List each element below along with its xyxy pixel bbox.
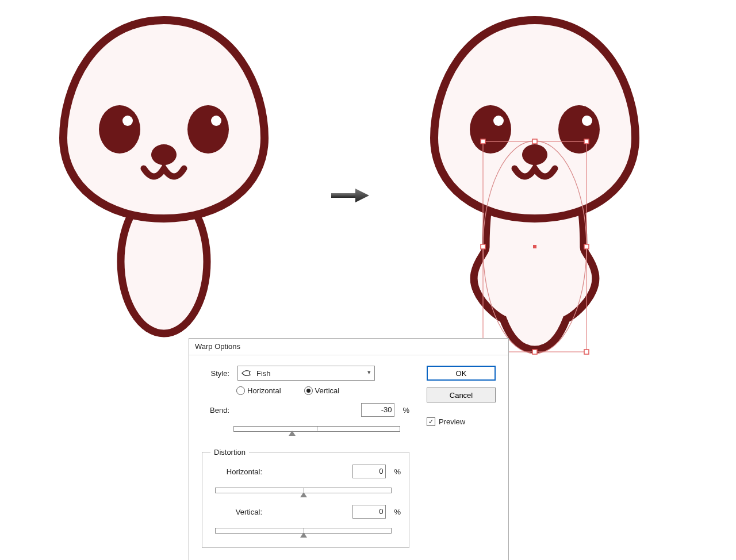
seal-after-with-selection: [391, 0, 690, 368]
orientation-horizontal-label: Horizontal: [247, 386, 281, 395]
svg-rect-12: [532, 139, 537, 144]
svg-rect-14: [481, 244, 485, 249]
svg-rect-17: [532, 350, 537, 354]
svg-rect-11: [481, 139, 485, 144]
dist-horizontal-slider[interactable]: [215, 484, 392, 497]
orientation-horizontal-radio[interactable]: Horizontal: [236, 386, 281, 395]
svg-point-4: [211, 116, 221, 126]
chevron-down-icon: ▾: [367, 369, 371, 376]
svg-point-2: [122, 116, 133, 126]
svg-rect-15: [584, 244, 589, 249]
svg-point-1: [99, 105, 140, 154]
bend-input[interactable]: -30: [361, 403, 394, 417]
dist-horizontal-unit: %: [394, 467, 401, 476]
dist-vertical-label: Vertical:: [210, 508, 262, 516]
svg-rect-5: [331, 193, 356, 198]
preview-label: Preview: [439, 417, 465, 426]
cancel-button[interactable]: Cancel: [427, 388, 496, 402]
arrow-icon: [328, 184, 374, 207]
check-icon: ✓: [427, 417, 435, 426]
fish-icon: [241, 369, 253, 377]
svg-rect-18: [584, 350, 589, 354]
ok-button[interactable]: OK: [427, 366, 496, 381]
dialog-title: Warp Options: [189, 339, 508, 355]
style-label: Style:: [202, 369, 229, 378]
distortion-group: Distortion Horizontal: 0 % Vertical: 0 %: [202, 448, 409, 548]
svg-rect-13: [584, 139, 589, 144]
preview-checkbox[interactable]: ✓ Preview: [427, 417, 496, 426]
style-value: Fish: [256, 369, 271, 378]
style-dropdown[interactable]: Fish ▾: [237, 366, 375, 381]
bend-unit: %: [402, 406, 409, 415]
svg-point-10: [582, 116, 592, 126]
dist-vertical-slider[interactable]: [215, 524, 392, 537]
bend-slider[interactable]: [233, 423, 400, 435]
dist-horizontal-label: Horizontal:: [210, 467, 262, 476]
svg-point-3: [187, 105, 229, 154]
svg-point-8: [493, 116, 504, 126]
orientation-vertical-radio[interactable]: Vertical: [304, 386, 340, 395]
svg-marker-6: [355, 189, 369, 202]
distortion-legend: Distortion: [210, 448, 249, 457]
dist-horizontal-input[interactable]: 0: [352, 465, 386, 478]
bend-label: Bend:: [202, 406, 229, 415]
warp-options-dialog: Warp Options Style: Fish ▾: [189, 338, 509, 560]
svg-point-7: [470, 105, 511, 154]
selection-center: [533, 245, 536, 248]
orientation-vertical-label: Vertical: [315, 386, 340, 395]
dist-vertical-input[interactable]: 0: [352, 505, 386, 519]
dist-vertical-unit: %: [394, 508, 401, 516]
seal-before: [23, 3, 299, 348]
svg-point-9: [558, 105, 600, 154]
